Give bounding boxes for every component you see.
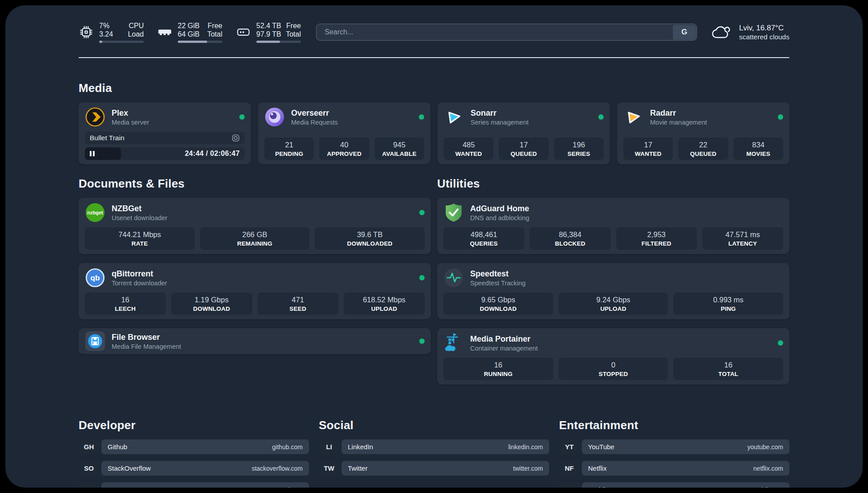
bookmark-name: Reddit	[588, 486, 607, 488]
weather-condition: scattered clouds	[739, 33, 789, 42]
bookmark-name: YouTube	[588, 443, 614, 451]
stat-box: 485WANTED	[444, 138, 493, 160]
top-bar: 7%CPU 3.24Load 22 GiBFree 64 GiBTotal 52…	[79, 21, 789, 43]
app-subtitle: Torrent downloader	[112, 279, 167, 287]
ram-label-1: Free	[208, 21, 222, 30]
bookmark-url: github.com	[272, 443, 303, 451]
stat-box: 9.24 GbpsUPLOAD	[559, 292, 668, 315]
ram-progress-bar	[178, 41, 222, 43]
bookmark-reddit[interactable]: RE Redditreddit.com	[559, 482, 789, 488]
ram-total-value: 64 GiB	[178, 30, 200, 38]
app-card-sonarr[interactable]: Sonarr Series management 485WANTED 17QUE…	[438, 102, 610, 164]
stat-box: 40APPROVED	[319, 138, 369, 160]
bookmark-url: netflix.com	[753, 465, 783, 472]
section-utilities: Utilities AdGuard Home DNS and adblockin…	[437, 177, 789, 393]
bookmark-url: twitter.com	[513, 465, 543, 472]
stat-box: 17WANTED	[623, 138, 673, 160]
status-dot	[598, 114, 604, 120]
status-dot	[419, 210, 425, 215]
status-dot	[239, 114, 245, 120]
ram-label-2: Total	[207, 30, 222, 38]
stat-box: 834MOVIES	[734, 138, 783, 160]
filebrowser-icon	[85, 331, 105, 351]
app-subtitle: Usenet downloader	[112, 214, 167, 222]
stat-box: 196SERIES	[554, 138, 604, 160]
section-title-documents: Documents & Files	[79, 177, 431, 191]
app-subtitle: Media server	[112, 118, 149, 126]
cloud-icon	[710, 23, 733, 41]
status-dot	[419, 338, 425, 344]
cpu-label-1: CPU	[129, 21, 144, 30]
bookmark-name: StackOverflow	[108, 464, 151, 472]
bookmark-youtube[interactable]: YT YouTubeyoutube.com	[559, 439, 789, 454]
app-card-portainer[interactable]: Media Portainer Container management 16R…	[437, 328, 789, 384]
bookmark-url: dev.to	[286, 486, 303, 488]
playback-progress-fill	[85, 147, 121, 160]
status-dot	[778, 114, 783, 120]
app-card-filebrowser[interactable]: File Browser Media File Management	[79, 328, 431, 354]
app-name: Sonarr	[471, 108, 529, 118]
stat-box: 266 GBREMAINING	[200, 227, 310, 250]
pause-icon[interactable]	[90, 151, 95, 156]
bookmark-name: Twitter	[348, 464, 367, 472]
cpu-widget: 7%CPU 3.24Load	[79, 21, 144, 43]
section-social: Social LI LinkedInlinkedin.com TW Twitte…	[319, 418, 549, 488]
webcam-icon	[232, 134, 240, 142]
google-search-button[interactable]: G	[673, 25, 696, 40]
search-bar: G	[316, 24, 697, 41]
stat-box: 618.52 MbpsUPLOAD	[344, 292, 425, 315]
bookmark-abbr: YT	[559, 439, 580, 454]
app-subtitle: Container management	[470, 344, 538, 352]
ram-progress-fill	[178, 41, 207, 43]
bookmark-linkedin[interactable]: LI LinkedInlinkedin.com	[319, 439, 549, 454]
bookmark-name: DEV	[108, 486, 121, 488]
section-entertainment: Entertainment YT YouTubeyoutube.com NF N…	[559, 418, 789, 488]
app-card-adguard[interactable]: AdGuard Home DNS and adblocking 498,461Q…	[437, 198, 789, 254]
cpu-percent: 7%	[99, 21, 109, 30]
sonarr-icon	[444, 107, 464, 127]
app-card-overseerr[interactable]: Overseerr Media Requests 21PENDING 40APP…	[258, 102, 430, 164]
bookmark-name: LinkedIn	[348, 443, 373, 451]
bookmark-github[interactable]: GH Githubgithub.com	[79, 439, 309, 454]
app-name: Speedtest	[470, 269, 526, 279]
section-documents: Documents & Files nzbget NZBGet Usenet d…	[79, 177, 431, 363]
disk-label-1: Free	[286, 21, 301, 30]
cpu-load-value: 3.24	[99, 30, 113, 38]
playback-time: 24:44 / 02:06:47	[185, 147, 240, 160]
disk-label-2: Total	[286, 30, 301, 38]
app-card-speedtest[interactable]: Speedtest Speedtest Tracking 9.65 GbpsDO…	[437, 263, 789, 319]
app-subtitle: Media Requests	[291, 118, 338, 126]
bookmark-abbr: GH	[79, 439, 99, 454]
overseerr-icon	[264, 107, 285, 127]
now-playing-row: Bullet Train	[85, 132, 245, 144]
bookmark-netflix[interactable]: NF Netflixnetflix.com	[559, 461, 789, 476]
ram-icon	[157, 25, 172, 40]
stat-box: 498,461QUERIES	[443, 227, 524, 250]
bookmark-abbr: SO	[79, 461, 99, 476]
app-name: Radarr	[650, 108, 707, 118]
section-media: Media Plex Media server Bullet Train	[79, 81, 789, 164]
app-card-plex[interactable]: Plex Media server Bullet Train 24:44 /	[79, 102, 251, 164]
app-card-nzbget[interactable]: nzbget NZBGet Usenet downloader 744.21 M…	[79, 198, 431, 254]
app-card-radarr[interactable]: Radarr Movie management 17WANTED 22QUEUE…	[617, 102, 789, 164]
playback-progress-bar[interactable]: 24:44 / 02:06:47	[85, 147, 245, 160]
section-title-utilities: Utilities	[437, 177, 789, 191]
app-card-qbittorrent[interactable]: qb qBittorrent Torrent downloader 16LEEC…	[79, 263, 431, 319]
dashboard-window: 7%CPU 3.24Load 22 GiBFree 64 GiBTotal 52…	[5, 5, 863, 488]
search-input[interactable]	[316, 24, 697, 41]
section-title-entertainment: Entertainment	[559, 418, 789, 432]
nzbget-icon: nzbget	[85, 202, 105, 223]
bookmark-stackoverflow[interactable]: SO StackOverflowstackoverflow.com	[79, 461, 309, 476]
bookmark-twitter[interactable]: TW Twittertwitter.com	[319, 461, 549, 476]
cpu-label-2: Load	[128, 30, 144, 38]
bookmark-abbr: RE	[559, 482, 580, 488]
status-dot	[419, 114, 424, 120]
disk-progress-fill	[256, 41, 280, 43]
adguard-icon	[443, 202, 464, 223]
section-title-developer: Developer	[79, 418, 309, 432]
stat-box: 0.993 msPING	[673, 292, 783, 315]
app-name: Plex	[112, 108, 149, 118]
disk-free-value: 52.4 TB	[256, 21, 281, 30]
bookmark-dev[interactable]: DT DEVdev.to	[79, 482, 309, 488]
app-subtitle: Media File Management	[112, 343, 181, 351]
